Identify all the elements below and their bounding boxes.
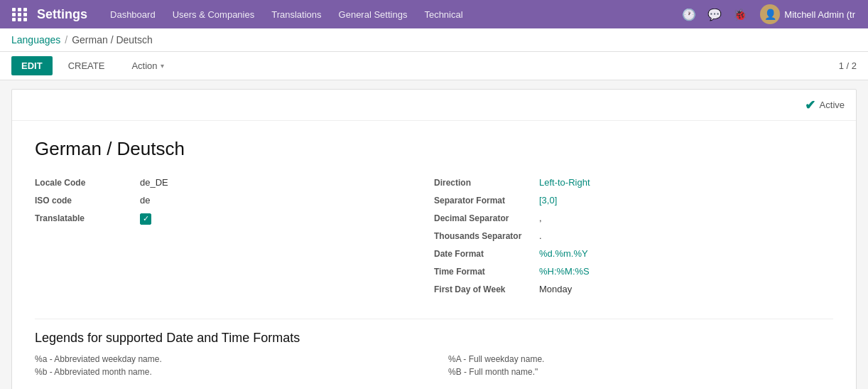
- action-dropdown[interactable]: Action ▾: [131, 60, 163, 71]
- app-title: Settings: [33, 7, 87, 22]
- separator-format-value: [3,0]: [539, 195, 557, 206]
- top-nav: Dashboard Users & Companies Translations…: [102, 0, 678, 28]
- clock-icon[interactable]: 🕐: [678, 3, 700, 26]
- field-time-format: Time Format %H:%M:%S: [434, 266, 833, 277]
- nav-dashboard[interactable]: Dashboard: [102, 0, 164, 28]
- field-decimal-separator: Decimal Separator ,: [434, 213, 833, 223]
- field-thousands-separator: Thousands Separator .: [434, 230, 833, 241]
- breadcrumb: Languages / German / Deutsch: [11, 34, 857, 46]
- field-locale-code: Locale Code de_DE: [35, 177, 434, 188]
- direction-label: Direction: [434, 178, 533, 188]
- thousands-separator-label: Thousands Separator: [434, 231, 533, 241]
- decimal-separator-value: ,: [539, 213, 542, 223]
- field-direction: Direction Left-to-Right: [434, 177, 833, 188]
- first-day-value: Monday: [539, 284, 572, 294]
- breadcrumb-bar: Languages / German / Deutsch: [0, 28, 868, 52]
- time-format-value: %H:%M:%S: [539, 266, 590, 277]
- avatar: 👤: [760, 4, 780, 24]
- thousands-separator-value: .: [539, 230, 542, 241]
- date-format-label: Date Format: [434, 249, 533, 259]
- legend-grid: %a - Abbreviated weekday name. %A - Full…: [35, 354, 833, 377]
- first-day-label: First Day of Week: [434, 284, 533, 294]
- fields-grid: Locale Code de_DE ISO code de Translatab…: [35, 177, 833, 302]
- grid-icon: [9, 5, 31, 24]
- record-title: German / Deutsch: [35, 138, 833, 160]
- bug-icon[interactable]: 🐞: [729, 3, 752, 26]
- card-body: German / Deutsch Locale Code de_DE ISO c…: [12, 121, 856, 389]
- separator-format-label: Separator Format: [434, 196, 533, 206]
- locale-code-value: de_DE: [140, 177, 168, 188]
- nav-translations[interactable]: Translations: [263, 0, 330, 28]
- check-icon: ✔: [805, 97, 815, 113]
- create-button[interactable]: CREATE: [58, 56, 115, 75]
- legends-section-title: Legends for supported Date and Time Form…: [35, 331, 833, 346]
- field-translatable: Translatable: [35, 213, 434, 225]
- action-bar: EDIT CREATE Action ▾ 1 / 2: [0, 52, 868, 80]
- iso-code-value: de: [140, 195, 150, 206]
- translatable-value: [140, 213, 151, 225]
- nav-technical[interactable]: Technical: [416, 0, 471, 28]
- legend-item-B: %B - Full month name.": [448, 367, 833, 377]
- locale-code-label: Locale Code: [35, 178, 134, 188]
- card-header: ✔ Active: [12, 90, 856, 121]
- active-badge: ✔ Active: [805, 97, 845, 113]
- breadcrumb-current: German / Deutsch: [72, 34, 153, 46]
- action-label: Action: [131, 60, 157, 71]
- active-label: Active: [820, 100, 845, 110]
- chevron-down-icon: ▾: [161, 62, 164, 70]
- date-format-value: %d.%m.%Y: [539, 248, 588, 259]
- checkbox-checked-icon: [140, 213, 151, 225]
- chat-icon[interactable]: 💬: [703, 3, 726, 26]
- main-content: ✔ Active German / Deutsch Locale Code de…: [0, 80, 868, 389]
- user-name: Mitchell Admin (tr: [784, 9, 855, 20]
- field-date-format: Date Format %d.%m.%Y: [434, 248, 833, 259]
- field-iso-code: ISO code de: [35, 195, 434, 206]
- translatable-label: Translatable: [35, 213, 134, 223]
- field-first-day-of-week: First Day of Week Monday: [434, 284, 833, 294]
- legend-item-A: %A - Full weekday name.: [448, 354, 833, 364]
- record-card: ✔ Active German / Deutsch Locale Code de…: [11, 89, 857, 389]
- iso-code-label: ISO code: [35, 196, 134, 206]
- breadcrumb-parent[interactable]: Languages: [11, 34, 60, 46]
- legend-item-b: %b - Abbreviated month name.: [35, 367, 420, 377]
- edit-button[interactable]: EDIT: [11, 56, 53, 75]
- fields-right: Direction Left-to-Right Separator Format…: [434, 177, 833, 302]
- breadcrumb-separator: /: [65, 34, 67, 46]
- fields-left: Locale Code de_DE ISO code de Translatab…: [35, 177, 434, 302]
- section-divider: [35, 319, 833, 319]
- nav-general-settings[interactable]: General Settings: [330, 0, 416, 28]
- nav-users-companies[interactable]: Users & Companies: [164, 0, 264, 28]
- field-separator-format: Separator Format [3,0]: [434, 195, 833, 206]
- topbar-right: 🕐 💬 🐞 👤 Mitchell Admin (tr: [678, 3, 861, 26]
- legend-item-a: %a - Abbreviated weekday name.: [35, 354, 420, 364]
- apps-menu-button[interactable]: [7, 1, 33, 27]
- pager: 1 / 2: [839, 60, 857, 71]
- decimal-separator-label: Decimal Separator: [434, 213, 533, 223]
- time-format-label: Time Format: [434, 267, 533, 277]
- topbar: Settings Dashboard Users & Companies Tra…: [0, 0, 868, 28]
- user-menu-button[interactable]: 👤 Mitchell Admin (tr: [754, 4, 861, 24]
- direction-value: Left-to-Right: [539, 177, 590, 188]
